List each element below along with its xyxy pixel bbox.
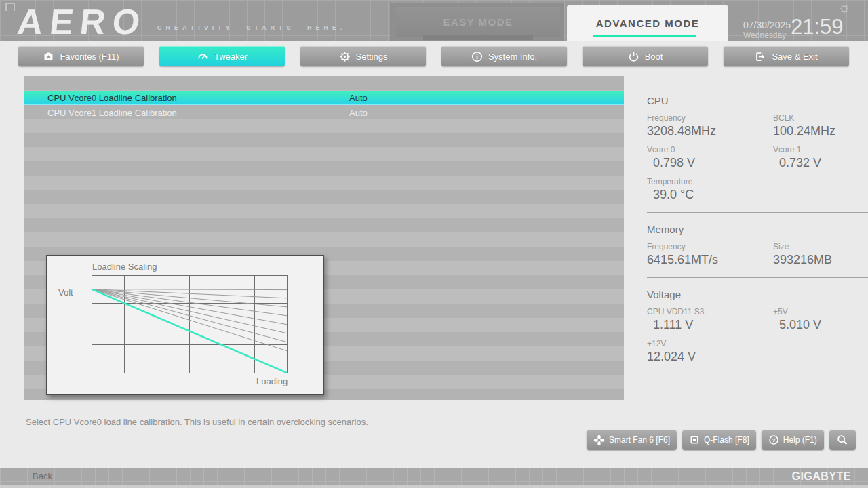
monitor-value: 1.111 V xyxy=(647,317,773,332)
nav-tweaker[interactable]: Tweaker xyxy=(159,46,285,66)
monitor-item: BCLK 100.24MHz xyxy=(773,113,868,138)
clock-text: 21:59 xyxy=(791,15,844,39)
exit-icon xyxy=(755,51,766,62)
gear-icon[interactable] xyxy=(840,4,849,14)
setting-label: CPU Vcore1 Loadline Calibration xyxy=(47,108,177,118)
smart-fan-button[interactable]: Smart Fan 6 [F6] xyxy=(587,430,677,450)
help-icon: ? xyxy=(768,434,779,445)
aero-logo: AERO xyxy=(16,1,149,42)
monitor-label: Size xyxy=(773,242,868,252)
chart-y-axis-label: Volt xyxy=(58,287,73,298)
active-tab-underline xyxy=(593,35,696,37)
monitor-label: Frequency xyxy=(647,113,773,123)
monitor-value: 393216MB xyxy=(773,252,868,267)
list-item-vcore1-llc[interactable]: CPU Vcore1 Loadline Calibration Auto xyxy=(24,106,624,120)
monitor-value: 5.010 V xyxy=(773,317,868,332)
monitor-value: 0.732 V xyxy=(773,155,868,170)
nav-tweaker-label: Tweaker xyxy=(214,52,248,62)
gauge-icon xyxy=(197,50,209,62)
logo-tagline: CREATIVITY STARTS HERE. xyxy=(157,24,347,31)
weekday-text: Wednesday xyxy=(743,30,791,40)
header-banner: AERO CREATIVITY STARTS HERE. EASY MODE A… xyxy=(0,0,868,41)
monitor-value: 39.0 °C xyxy=(647,187,773,202)
setting-label: CPU Vcore0 Loadline Calibration xyxy=(47,93,177,103)
nav-settings[interactable]: Settings xyxy=(300,46,426,66)
info-icon xyxy=(471,51,483,62)
bios-screen: AERO CREATIVITY STARTS HERE. EASY MODE A… xyxy=(0,0,868,488)
chip-icon xyxy=(689,434,700,445)
monitor-item: Vcore 1 0.732 V xyxy=(773,145,868,170)
monitor-label: CPU VDD11 S3 xyxy=(647,307,773,317)
footer-bottom-strip xyxy=(0,485,868,488)
monitor-item: +5V 5.010 V xyxy=(773,307,868,332)
monitor-value: 0.798 V xyxy=(647,155,773,170)
monitor-label: +12V xyxy=(647,339,773,349)
monitor-value: 12.024 V xyxy=(647,349,773,364)
monitor-value: 3208.48MHz xyxy=(647,123,773,138)
monitor-item: Vcore 0 0.798 V xyxy=(647,145,773,170)
monitor-label: Frequency xyxy=(647,242,773,252)
search-icon xyxy=(836,434,848,446)
date-text: 07/30/2025 xyxy=(743,20,791,30)
q-flash-button[interactable]: Q-Flash [F8] xyxy=(682,430,756,450)
monitor-label: Temperature xyxy=(647,177,773,187)
gear-icon xyxy=(339,51,351,62)
monitor-value: 100.24MHz xyxy=(773,123,868,138)
section-title-cpu: CPU xyxy=(647,95,868,106)
section-title-voltage: Voltage xyxy=(647,289,868,300)
nav-save-exit-label: Save & Exit xyxy=(772,52,817,62)
hw-monitor-sidebar: CPU Frequency 3208.48MHz BCLK 100.24MHz … xyxy=(647,95,868,364)
nav-save-exit[interactable]: Save & Exit xyxy=(724,46,849,66)
corner-bracket xyxy=(5,3,15,11)
monitor-item: Frequency 3208.48MHz xyxy=(647,113,773,138)
svg-text:?: ? xyxy=(772,437,775,443)
footer-bar: Back GIGABYTE xyxy=(0,468,868,485)
settings-panel: CPU Vcore0 Loadline Calibration Auto CPU… xyxy=(24,76,624,400)
easy-mode-shadow xyxy=(423,35,533,40)
q-flash-label: Q-Flash [F8] xyxy=(704,435,749,445)
monitor-item: Frequency 6415.61MT/s xyxy=(647,242,773,267)
monitor-label: BCLK xyxy=(773,113,868,123)
monitor-label: +5V xyxy=(773,307,868,317)
chart-title: Loadline Scaling xyxy=(92,262,157,272)
sidebar-divider xyxy=(647,277,868,278)
gigabyte-logo: GIGABYTE xyxy=(791,470,851,483)
fan-icon xyxy=(593,434,605,446)
chart-x-axis-label: Loading xyxy=(256,376,288,386)
loadline-plot xyxy=(91,274,288,373)
sidebar-divider xyxy=(647,212,868,213)
tab-advanced-mode[interactable]: ADVANCED MODE xyxy=(567,5,728,41)
power-icon xyxy=(628,51,639,62)
monitor-item: CPU VDD11 S3 1.111 V xyxy=(647,307,773,332)
nav-system-info[interactable]: System Info. xyxy=(441,46,567,66)
nav-favorites-label: Favorites (F11) xyxy=(60,52,119,62)
nav-system-info-label: System Info. xyxy=(488,52,537,62)
bottom-toolbar: Smart Fan 6 [F6] Q-Flash [F8] ? Help (F1… xyxy=(587,430,856,450)
nav-favorites[interactable]: Favorites (F11) xyxy=(18,46,144,66)
back-button[interactable]: Back xyxy=(33,471,52,481)
setting-value[interactable]: Auto xyxy=(349,93,368,103)
monitor-item: Size 393216MB xyxy=(773,242,868,267)
help-label: Help (F1) xyxy=(783,435,817,445)
advanced-mode-label: ADVANCED MODE xyxy=(596,18,700,29)
monitor-item: Temperature 39.0 °C xyxy=(647,177,773,202)
nav-boot-label: Boot xyxy=(645,52,663,62)
smart-fan-label: Smart Fan 6 [F6] xyxy=(609,435,670,445)
main-nav: Favorites (F11) Tweaker Settings xyxy=(18,46,849,66)
monitor-label: Vcore 1 xyxy=(773,145,868,155)
search-button[interactable] xyxy=(829,430,856,450)
section-title-memory: Memory xyxy=(647,224,868,235)
help-button[interactable]: ? Help (F1) xyxy=(762,430,824,450)
monitor-label: Vcore 0 xyxy=(647,145,773,155)
setting-value[interactable]: Auto xyxy=(349,108,368,118)
favorites-icon xyxy=(43,51,54,62)
nav-settings-label: Settings xyxy=(356,52,388,62)
datetime-block: 07/30/2025 Wednesday xyxy=(743,20,791,40)
monitor-item: +12V 12.024 V xyxy=(647,339,773,364)
list-item-vcore0-llc[interactable]: CPU Vcore0 Loadline Calibration Auto xyxy=(24,91,624,105)
help-description: Select CPU Vcore0 load line calibration.… xyxy=(26,417,368,427)
tab-easy-mode[interactable]: EASY MODE xyxy=(396,7,560,37)
nav-boot[interactable]: Boot xyxy=(583,46,708,66)
monitor-value: 6415.61MT/s xyxy=(647,252,773,267)
loadline-scaling-chart: Loadline Scaling Volt Loading xyxy=(46,255,324,395)
